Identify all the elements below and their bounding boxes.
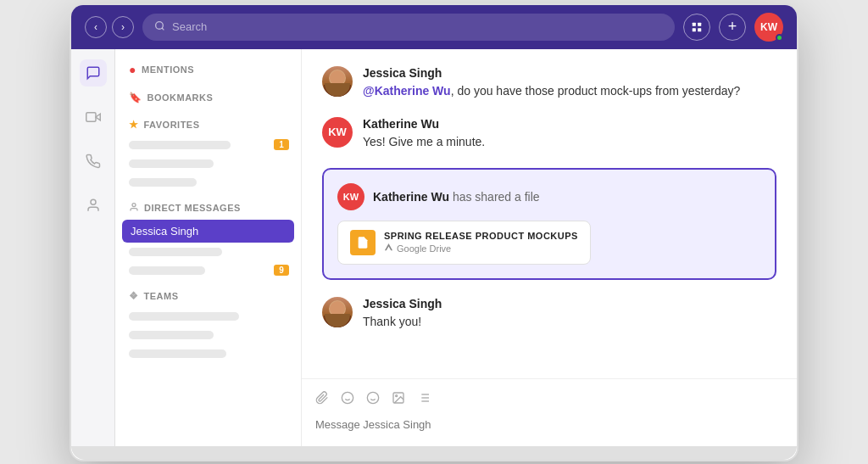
- file-type-icon: [350, 230, 376, 255]
- laptop-bottom-bar: [71, 446, 797, 460]
- svg-point-9: [132, 203, 136, 206]
- teams-header: ❖ TEAMS: [115, 285, 301, 307]
- grid-icon-button[interactable]: [683, 14, 710, 41]
- nav-arrows: ‹ ›: [85, 16, 134, 38]
- message-input-area: [302, 378, 797, 446]
- svg-rect-4: [693, 28, 696, 31]
- favorite-item-3[interactable]: [115, 173, 301, 192]
- add-button[interactable]: +: [719, 14, 746, 41]
- dm-icon: [129, 202, 139, 215]
- jessica-singh-label: Jessica Singh: [131, 225, 198, 238]
- message-text-4: Thank you!: [363, 313, 776, 331]
- favorites-header: ★ FAVORITES: [115, 114, 301, 136]
- svg-rect-3: [698, 22, 701, 25]
- file-share-sender: Katherine Wu: [373, 190, 453, 204]
- svg-marker-6: [96, 114, 100, 120]
- top-actions: + KW: [683, 13, 783, 42]
- svg-point-10: [342, 392, 353, 403]
- file-attachment[interactable]: SPRING RELEASE PRODUCT MOCKUPS Google Dr…: [337, 221, 591, 265]
- message-input[interactable]: [315, 415, 783, 434]
- jessica-avatar-1: [322, 66, 353, 97]
- file-name: SPRING RELEASE PRODUCT MOCKUPS: [384, 231, 578, 241]
- search-placeholder: Search: [172, 20, 207, 33]
- sidebar-icon-chat[interactable]: [80, 59, 107, 87]
- search-bar[interactable]: Search: [142, 14, 675, 41]
- svg-point-13: [367, 392, 378, 403]
- search-icon: [154, 20, 165, 34]
- bookmarks-label: BOOKMARKS: [147, 92, 214, 103]
- katherine-avatar-2: KW: [322, 117, 353, 148]
- sender-name-4: Jessica Singh: [363, 297, 776, 310]
- left-panel: ● MENTIONS 🔖 BOOKMARKS ★ FAVORITES: [115, 49, 302, 446]
- nav-forward-button[interactable]: ›: [112, 16, 134, 38]
- bookmarks-icon: 🔖: [129, 92, 142, 103]
- message-content-2: Katherine Wu Yes! Give me a minute.: [363, 117, 776, 151]
- sidebar-icon-phone[interactable]: [80, 148, 107, 175]
- file-share-header: KW Katherine Wu has shared a file: [337, 183, 761, 210]
- sidebar-icon-profile[interactable]: [80, 192, 107, 219]
- favorite-badge-1: 1: [274, 139, 289, 150]
- chat-area: Jessica Singh @Katherine Wu, do you have…: [302, 49, 797, 446]
- dm-badge-3: 9: [274, 265, 289, 276]
- message-content-1: Jessica Singh @Katherine Wu, do you have…: [363, 66, 776, 100]
- teams-icon: ❖: [129, 290, 139, 302]
- main-layout: ● MENTIONS 🔖 BOOKMARKS ★ FAVORITES: [71, 49, 797, 446]
- sidebar-icon-video[interactable]: [80, 103, 107, 131]
- dm-label: DIRECT MESSAGES: [144, 203, 241, 213]
- mentions-header: ● MENTIONS: [115, 58, 301, 81]
- dm-jessica-singh[interactable]: Jessica Singh: [122, 220, 294, 243]
- star-icon: ★: [129, 119, 139, 131]
- file-source-label: Google Drive: [397, 243, 451, 254]
- direct-messages-section: DIRECT MESSAGES Jessica Singh 9: [115, 197, 301, 280]
- laptop-frame: ‹ › Search +: [70, 3, 798, 461]
- mentions-icon: ●: [129, 63, 136, 76]
- online-indicator: [776, 34, 783, 42]
- message-content-4: Jessica Singh Thank you!: [363, 297, 776, 331]
- file-info: SPRING RELEASE PRODUCT MOCKUPS Google Dr…: [384, 231, 578, 254]
- favorites-label: FAVORITES: [144, 120, 200, 130]
- favorite-item-1[interactable]: 1: [115, 136, 301, 154]
- svg-point-17: [396, 394, 398, 396]
- sender-name-2: Katherine Wu: [363, 117, 776, 131]
- emoji-icon[interactable]: [341, 391, 354, 408]
- file-share-action: has shared a file: [453, 190, 540, 204]
- team-item-1[interactable]: [115, 307, 301, 326]
- message-row-1: Jessica Singh @Katherine Wu, do you have…: [322, 66, 776, 100]
- teams-label: TEAMS: [144, 291, 179, 301]
- svg-point-8: [91, 199, 96, 204]
- bookmarks-section: 🔖 BOOKMARKS: [115, 87, 301, 109]
- team-item-3[interactable]: [115, 344, 301, 363]
- svg-rect-2: [693, 22, 696, 25]
- mention-katherine: @Katherine Wu: [363, 84, 451, 98]
- list-icon[interactable]: [417, 391, 431, 408]
- file-share-card: KW Katherine Wu has shared a file: [322, 168, 776, 280]
- nav-back-button[interactable]: ‹: [85, 16, 107, 38]
- team-item-2[interactable]: [115, 326, 301, 344]
- dm-item-3[interactable]: 9: [115, 261, 301, 280]
- current-user-avatar[interactable]: KW: [754, 13, 783, 42]
- reaction-icon[interactable]: [366, 391, 380, 408]
- message-text-1: @Katherine Wu, do you have those product…: [363, 82, 776, 100]
- app-container: ‹ › Search +: [71, 5, 797, 446]
- dm-item-2[interactable]: [115, 243, 301, 261]
- icon-sidebar: [71, 49, 115, 446]
- message-row-4: Jessica Singh Thank you!: [322, 297, 776, 331]
- teams-section: ❖ TEAMS: [115, 285, 301, 363]
- image-icon[interactable]: [392, 391, 405, 408]
- bookmarks-header: 🔖 BOOKMARKS: [115, 87, 301, 109]
- top-bar: ‹ › Search +: [71, 5, 797, 49]
- dm-header: DIRECT MESSAGES: [115, 197, 301, 220]
- message-text-2: Yes! Give me a minute.: [363, 133, 776, 151]
- input-toolbar: [315, 388, 783, 415]
- katherine-avatar-3: KW: [337, 183, 364, 210]
- gdrive-icon: [384, 243, 393, 254]
- mentions-label: MENTIONS: [142, 64, 194, 75]
- favorite-item-2[interactable]: [115, 154, 301, 173]
- mentions-section: ● MENTIONS: [115, 58, 301, 81]
- file-source: Google Drive: [384, 243, 578, 254]
- svg-point-0: [156, 21, 164, 29]
- favorites-section: ★ FAVORITES 1: [115, 114, 301, 192]
- attachment-icon[interactable]: [315, 391, 329, 408]
- jessica-avatar-4: [322, 297, 353, 327]
- svg-line-1: [162, 28, 164, 30]
